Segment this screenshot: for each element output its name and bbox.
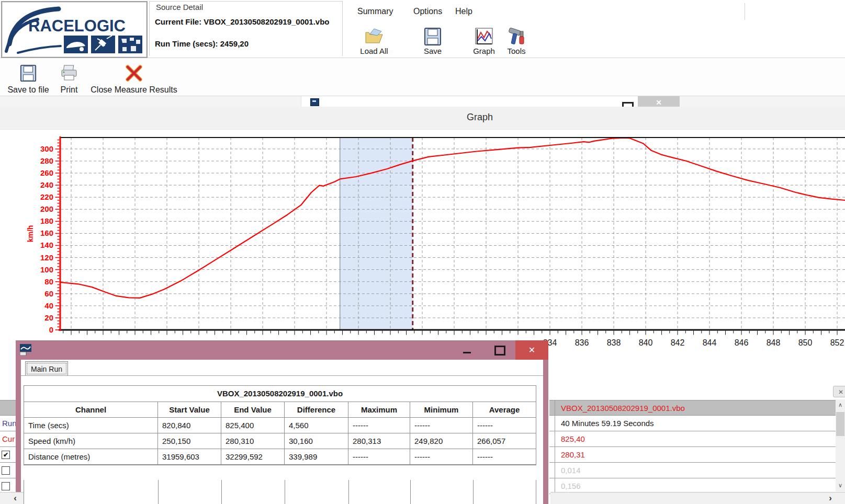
floppy-icon	[19, 64, 37, 82]
y-tick-label: 60	[44, 289, 53, 298]
value-cell: 266,057	[473, 433, 536, 449]
value-cell: ------	[410, 418, 473, 433]
selection-region[interactable]	[340, 138, 413, 330]
close-icon[interactable]: ✕	[515, 340, 548, 360]
column-header-maximum[interactable]: Maximum	[348, 402, 410, 418]
left-header-cell	[0, 400, 16, 416]
channel-cell: Speed (km/h)	[24, 433, 158, 449]
scroll-right-icon[interactable]: ›	[825, 492, 836, 504]
vertical-scrollbar[interactable]: ∧ ∨	[836, 399, 845, 491]
main-toolbar: Load All ▾ Save ▾ Graph	[343, 23, 845, 58]
scrollbar-thumb[interactable]	[836, 412, 844, 436]
results-row: 0,014	[549, 463, 836, 478]
floppy-icon	[424, 27, 442, 46]
menu-options[interactable]: Options	[408, 0, 447, 23]
background-window-strip: ✕	[0, 96, 845, 107]
load-all-label: Load All	[352, 47, 396, 55]
value-cell: 4,560	[285, 418, 348, 433]
y-tick-label: 140	[40, 240, 53, 249]
measure-table: VBOX_20130508202919_0001.vboChannelStart…	[24, 385, 536, 465]
close-measure-results-label: Close Measure Results	[86, 85, 182, 95]
results-row: 280,31	[549, 447, 836, 463]
red-x-icon	[125, 64, 143, 82]
y-tick-label: 160	[40, 228, 53, 237]
value-cell: 32299,592	[221, 449, 285, 465]
measure-table-row: Distance (metres)31959,60332299,592339,9…	[24, 449, 536, 465]
y-tick-label: 280	[40, 156, 53, 165]
print-label: Print	[54, 85, 84, 95]
dialog-icon	[20, 344, 31, 356]
tools-button[interactable]: Tools	[494, 24, 538, 56]
channel-checkbox[interactable]	[2, 466, 10, 475]
scroll-up-icon[interactable]: ∧	[836, 399, 845, 410]
y-tick-label: 20	[44, 313, 53, 322]
graph-window-header: Graph	[0, 107, 845, 130]
channel-checkbox[interactable]	[2, 482, 10, 490]
dialog-body: Main Run VBOX_20130508202919_0001.vboCha…	[21, 360, 543, 504]
x-tick-label: 848	[767, 338, 781, 347]
horizontal-scrollbar-left[interactable]: ‹	[0, 492, 24, 504]
results-value: 40 Minutes 59.19 Seconds	[561, 419, 654, 428]
source-detail-group: Source Detail Current File: VBOX_2013050…	[149, 1, 343, 56]
value-cell: 31959,603	[158, 449, 221, 465]
channel-checkbox-checked[interactable]: ✔	[2, 451, 10, 459]
results-row: 825,40	[549, 431, 836, 447]
column-header-start-value[interactable]: Start Value	[158, 402, 221, 418]
results-value: 0,014	[561, 466, 581, 475]
x-tick-label: 850	[798, 338, 813, 347]
column-header-average[interactable]: Average	[473, 402, 536, 418]
row-stub	[549, 478, 555, 494]
load-all-button[interactable]: Load All	[352, 24, 396, 56]
column-header-end-value[interactable]: End Value	[221, 402, 285, 418]
close-icon[interactable]: ✕	[638, 96, 680, 107]
x-tick-label: 840	[639, 338, 653, 347]
value-cell: 280,313	[348, 433, 410, 449]
speed-trace	[60, 138, 845, 298]
value-cell: 30,160	[285, 433, 348, 449]
row-stub	[549, 431, 555, 446]
column-header-difference[interactable]: Difference	[285, 402, 348, 418]
background-window-titlebar: ✕	[301, 96, 649, 107]
value-cell: ------	[348, 418, 410, 433]
scroll-left-icon[interactable]: ‹	[9, 492, 21, 504]
scroll-down-icon[interactable]: ∨	[836, 480, 845, 490]
left-checkbox-row	[0, 463, 16, 478]
close-measure-results-button[interactable]: Close Measure Results	[86, 62, 182, 95]
value-cell: ------	[348, 449, 410, 465]
results-file-name: VBOX_20130508202919_0001.vbo	[561, 404, 685, 413]
panel-close-button[interactable]: ✕	[833, 386, 845, 397]
row-stub	[549, 447, 555, 462]
measure-table-title: VBOX_20130508202919_0001.vbo	[24, 386, 536, 402]
print-button[interactable]: Print	[54, 62, 84, 95]
left-checkbox-row: ✔	[0, 447, 16, 463]
tools-icon	[506, 27, 527, 46]
minimize-icon[interactable]	[463, 352, 471, 353]
maximize-icon[interactable]	[494, 346, 505, 356]
menu-summary[interactable]: Summary	[352, 0, 398, 23]
column-header-channel[interactable]: Channel	[24, 402, 158, 418]
tab-main-run[interactable]: Main Run	[25, 361, 68, 376]
menu-help[interactable]: Help	[450, 0, 478, 23]
measure-table-empty-grid	[24, 480, 536, 504]
value-cell: 249,820	[410, 433, 473, 449]
measure-table-row: Time (secs)820,840825,4004,560----------…	[24, 418, 536, 433]
save-to-file-label: Save to file	[4, 85, 52, 95]
measure-toolbar: Save to file Print Close Measure Results	[0, 58, 845, 96]
y-tick-label: 80	[44, 277, 53, 286]
row-stub	[549, 463, 555, 478]
channel-cell: Time (secs)	[24, 418, 158, 433]
brand-name: RACELOGIC	[28, 17, 126, 36]
value-cell: 250,150	[158, 433, 221, 449]
left-label: Cur	[2, 434, 15, 443]
value-cell: 280,310	[221, 433, 285, 449]
results-value: 825,40	[561, 434, 585, 443]
results-value: 0,156	[561, 482, 581, 490]
column-divider	[410, 480, 411, 504]
y-tick-label: 240	[40, 180, 53, 189]
column-header-minimum[interactable]: Minimum	[410, 402, 473, 418]
save-button[interactable]: Save	[411, 24, 455, 56]
horizontal-scrollbar-right[interactable]: ›	[550, 492, 845, 504]
save-to-file-button[interactable]: Save to file	[4, 62, 52, 95]
y-tick-label: 220	[40, 192, 53, 201]
row-stub	[549, 416, 555, 431]
